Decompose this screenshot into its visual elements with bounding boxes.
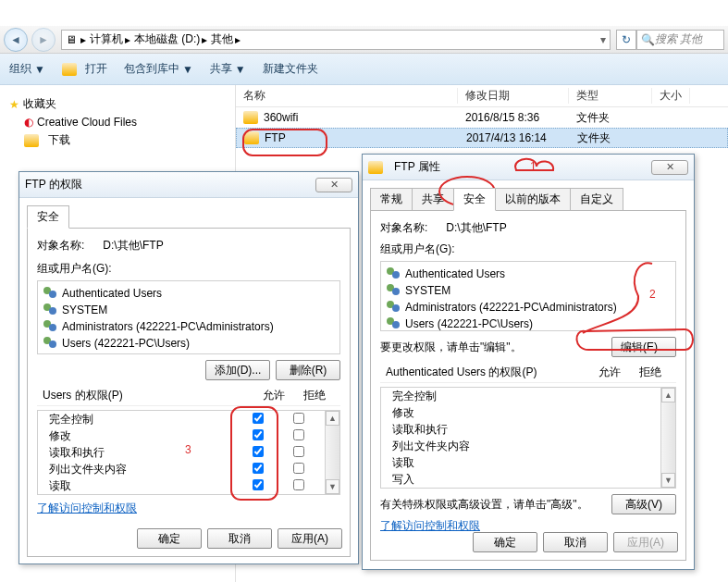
refresh-button[interactable]: ↻ [616, 30, 636, 50]
file-row-1[interactable]: FTP 2017/4/13 16:14 文件夹 [236, 128, 728, 148]
advanced-hint: 有关特殊权限或高级设置，请单击"高级"。 [380, 497, 611, 513]
include-menu[interactable]: 包含到库中 ▼ [124, 61, 193, 77]
users-icon [43, 337, 58, 350]
principal-1[interactable]: SYSTEM [42, 302, 336, 318]
deny-list[interactable] [293, 463, 304, 474]
principal-1[interactable]: SYSTEM [385, 282, 672, 299]
object-name-value: D:\其他\FTP [446, 220, 506, 236]
sidebar-item-ccf[interactable]: ◐Creative Cloud Files [9, 114, 226, 130]
users-icon [43, 320, 58, 333]
advanced-button[interactable]: 高级(V) [611, 494, 676, 514]
add-button[interactable]: 添加(D)... [205, 360, 270, 380]
principals-list[interactable]: Authenticated Users SYSTEM Administrator… [37, 280, 340, 354]
search-input[interactable]: 🔍 搜索 其他 [636, 30, 724, 50]
deny-header: 拒绝 [294, 388, 335, 403]
deny-modify[interactable] [293, 429, 304, 440]
share-menu[interactable]: 共享 ▼ [210, 61, 246, 77]
edit-button[interactable]: 编辑(E)... [611, 337, 676, 357]
folder-open-icon [62, 63, 77, 76]
crumb-0[interactable]: 计算机 ▸ [90, 31, 130, 47]
tab-general[interactable]: 常规 [370, 188, 413, 210]
apply-button[interactable]: 应用(A) [613, 532, 678, 552]
folder-icon [243, 111, 258, 124]
principal-3[interactable]: Users (422221-PC\Users) [385, 316, 672, 332]
users-icon [387, 301, 401, 314]
users-icon [387, 267, 401, 280]
perm-row-3: 列出文件夹内容 [38, 461, 325, 477]
learn-acl-link[interactable]: 了解访问控制和权限 [380, 519, 480, 532]
learn-acl-link[interactable]: 了解访问控制和权限 [37, 502, 137, 514]
folder-icon [244, 131, 259, 144]
tab-custom[interactable]: 自定义 [570, 188, 623, 210]
scroll-down[interactable]: ▼ [326, 479, 339, 494]
tab-security[interactable]: 安全 [453, 188, 496, 211]
principal-2[interactable]: Administrators (422221-PC\Administrators… [385, 299, 672, 316]
close-button[interactable]: ✕ [651, 160, 688, 175]
perm-header-label: Authenticated Users 的权限(P) [386, 365, 589, 380]
tab-sharing[interactable]: 共享 [412, 188, 454, 210]
principal-2[interactable]: Administrators (422221-PC\Administrators… [42, 318, 336, 335]
perm-row-0: 完全控制 [38, 411, 325, 427]
column-headers[interactable]: 名称 修改日期 类型 大小 [236, 85, 728, 107]
allow-modify[interactable] [253, 429, 264, 440]
folder-icon [24, 134, 39, 147]
perm-rows: 完全控制 修改 读取和执行 列出文件夹内容 读取 [38, 411, 325, 494]
nav-back-button[interactable]: ◄ [4, 28, 28, 52]
allow-readexec[interactable] [253, 446, 264, 457]
perm-row-1: 修改 [381, 404, 660, 421]
ok-button[interactable]: 确定 [137, 528, 202, 549]
col-size[interactable]: 大小 [652, 88, 690, 104]
open-button[interactable]: 打开 [62, 61, 107, 77]
principal-0[interactable]: Authenticated Users [385, 266, 672, 282]
scroll-down[interactable]: ▼ [661, 473, 675, 488]
allow-header: 允许 [253, 388, 294, 403]
deny-read[interactable] [293, 479, 304, 490]
breadcrumb-address[interactable]: 🖥 ▸ 计算机 ▸ 本地磁盘 (D:) ▸ 其他 ▸ ▾ [61, 30, 611, 50]
new-folder-button[interactable]: 新建文件夹 [263, 61, 318, 77]
principals-list[interactable]: Authenticated Users SYSTEM Administrator… [380, 261, 676, 331]
deny-fullcontrol[interactable] [293, 413, 304, 424]
cancel-button[interactable]: 取消 [207, 528, 272, 549]
dialog-titlebar[interactable]: FTP 的权限 ✕ [19, 172, 358, 198]
file-row-0[interactable]: 360wifi 2016/8/15 8:36 文件夹 [236, 107, 728, 128]
deny-readexec[interactable] [293, 446, 304, 457]
star-icon: ★ [9, 98, 19, 111]
principal-0[interactable]: Authenticated Users [42, 285, 336, 302]
close-button[interactable]: ✕ [315, 178, 352, 192]
perm-scrollbar[interactable]: ▲ ▼ [660, 388, 675, 488]
tab-security[interactable]: 安全 [27, 205, 69, 229]
crumb-1[interactable]: 本地磁盘 (D:) ▸ [134, 31, 207, 47]
apply-button[interactable]: 应用(A) [278, 528, 342, 549]
sidebar-item-downloads[interactable]: 下载 [9, 130, 226, 150]
addr-dropdown[interactable]: ▾ [600, 33, 606, 46]
allow-fullcontrol[interactable] [253, 413, 264, 424]
principal-3[interactable]: Users (422221-PC\Users) [42, 335, 336, 352]
perm-row-4: 读取 [38, 477, 325, 494]
remove-button[interactable]: 删除(R) [276, 360, 340, 380]
nav-forward-button[interactable]: ► [31, 28, 56, 52]
scroll-up[interactable]: ▲ [661, 388, 675, 402]
allow-read[interactable] [253, 479, 264, 490]
scroll-up[interactable]: ▲ [326, 411, 339, 426]
dialog-body: 常规 共享 安全 以前的版本 自定义 对象名称: D:\其他\FTP 组或用户名… [363, 180, 694, 568]
perm-header-label: Users 的权限(P) [43, 388, 253, 403]
allow-list[interactable] [253, 463, 264, 474]
folder-icon [368, 161, 383, 174]
col-type[interactable]: 类型 [569, 88, 652, 104]
organize-menu[interactable]: 组织 ▼ [9, 61, 45, 77]
favorites-header[interactable]: ★收藏夹 [9, 94, 226, 114]
cancel-button[interactable]: 取消 [543, 532, 608, 552]
object-name-label: 对象名称: [37, 238, 84, 254]
perm-scrollbar[interactable]: ▲ ▼ [325, 411, 339, 494]
col-name[interactable]: 名称 [236, 88, 458, 104]
users-icon [387, 317, 401, 330]
perm-row-3: 列出文件夹内容 [381, 438, 660, 454]
col-date[interactable]: 修改日期 [458, 88, 569, 104]
crumb-2[interactable]: 其他 ▸ [211, 31, 241, 47]
ok-button[interactable]: 确定 [473, 532, 537, 552]
tab-previous[interactable]: 以前的版本 [495, 188, 571, 210]
dialog-titlebar[interactable]: FTP 属性 ✕ [363, 155, 694, 180]
tabstrip: 常规 共享 安全 以前的版本 自定义 [370, 188, 686, 211]
edit-hint: 要更改权限，请单击"编辑"。 [380, 340, 611, 355]
perm-row-0: 完全控制 [381, 388, 660, 404]
